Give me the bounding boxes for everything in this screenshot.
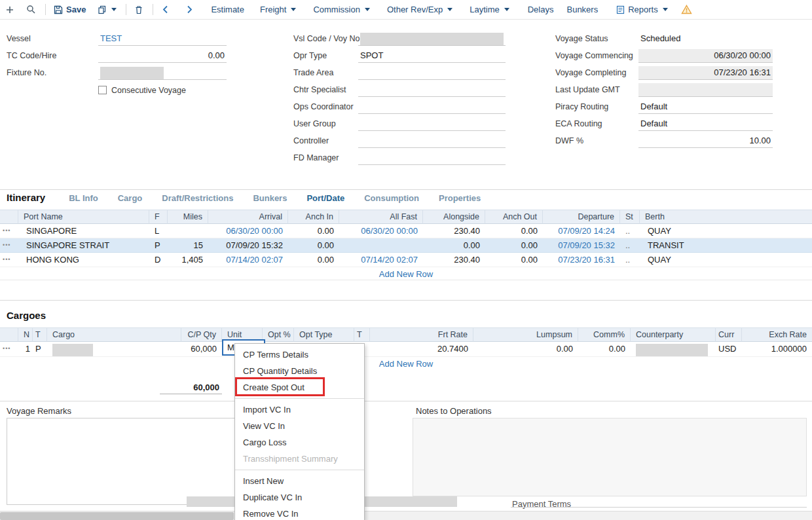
- all-fast-cell[interactable]: [339, 238, 423, 253]
- n-cell[interactable]: 1: [18, 342, 33, 357]
- berth-cell[interactable]: TRANSIT: [640, 238, 812, 253]
- berth-cell[interactable]: QUAY: [640, 224, 812, 238]
- f-cell[interactable]: L: [149, 224, 168, 238]
- alongside-cell[interactable]: 230.40: [423, 253, 485, 267]
- new-icon[interactable]: [5, 5, 14, 14]
- arrival-cell[interactable]: 06/30/20 00:00: [208, 224, 288, 238]
- vsl-code-voy-no-field[interactable]: [358, 32, 506, 46]
- st-cell[interactable]: ..: [620, 253, 640, 267]
- port-name-cell[interactable]: SINGAPORE STRAIT: [18, 238, 149, 253]
- f-cell[interactable]: D: [149, 253, 168, 267]
- estimate-button[interactable]: Estimate: [211, 5, 244, 14]
- berth-cell[interactable]: QUAY: [640, 253, 812, 267]
- lumpsum-cell[interactable]: 0.00: [473, 342, 578, 357]
- eca-routing-field[interactable]: Default: [638, 117, 773, 131]
- anch-in-cell[interactable]: 0.00: [288, 253, 339, 267]
- miles-cell[interactable]: [168, 224, 208, 238]
- voyage-completing-field[interactable]: 07/23/20 16:31: [638, 66, 773, 80]
- cp-qty-cell[interactable]: 60,000: [181, 342, 222, 357]
- tab-consumption[interactable]: Consumption: [364, 193, 419, 203]
- tab-bunkers[interactable]: Bunkers: [253, 193, 287, 203]
- dwf-field[interactable]: 10.00: [638, 134, 773, 148]
- anch-out-cell[interactable]: 0.00: [485, 224, 543, 238]
- fixture-no-field[interactable]: [98, 66, 227, 80]
- freight-menu-button[interactable]: Freight: [260, 5, 296, 14]
- anch-out-cell[interactable]: 0.00: [485, 253, 543, 267]
- menu-item-import-vc-in[interactable]: Import VC In: [235, 401, 364, 418]
- row-menu-icon[interactable]: •••: [0, 342, 18, 357]
- validation-warning-icon[interactable]: [681, 5, 692, 14]
- row-menu-icon[interactable]: •••: [0, 238, 18, 253]
- search-icon[interactable]: [26, 5, 36, 14]
- menu-item-view-vc-in[interactable]: View VC In: [235, 418, 364, 434]
- horizontal-scrollbar-thumb[interactable]: [0, 512, 234, 520]
- fd-manager-field[interactable]: [358, 151, 506, 165]
- anch-out-cell[interactable]: 0.00: [485, 238, 543, 253]
- port-name-cell[interactable]: HONG KONG: [18, 253, 149, 267]
- cargoes-add-new-row-link[interactable]: Add New Row: [0, 357, 812, 371]
- alongside-cell[interactable]: 230.40: [423, 224, 485, 238]
- horizontal-scrollbar[interactable]: [0, 511, 812, 520]
- st-cell[interactable]: ..: [620, 238, 640, 253]
- menu-item-insert-new[interactable]: Insert New: [235, 473, 364, 489]
- vessel-field[interactable]: TEST: [98, 32, 227, 46]
- piracy-routing-field[interactable]: Default: [638, 100, 773, 114]
- anch-in-cell[interactable]: 0.00: [288, 224, 339, 238]
- commission-menu-button[interactable]: Commission: [313, 5, 370, 14]
- row-menu-icon[interactable]: •••: [0, 253, 18, 267]
- port-name-cell[interactable]: SINGAPORE: [18, 224, 149, 238]
- next-icon[interactable]: [185, 5, 194, 14]
- copy-button[interactable]: [98, 5, 117, 14]
- menu-item-cargo-loss[interactable]: Cargo Loss: [235, 434, 364, 451]
- curr-cell[interactable]: USD: [716, 342, 742, 357]
- all-fast-cell[interactable]: 06/30/20 00:00: [339, 224, 423, 238]
- departure-cell[interactable]: 07/23/20 16:31: [543, 253, 620, 267]
- opr-type-field[interactable]: SPOT: [358, 49, 506, 63]
- exch-rate-cell[interactable]: 1.000000: [742, 342, 812, 357]
- all-fast-cell[interactable]: 07/14/20 02:07: [339, 253, 423, 267]
- bunkers-button[interactable]: Bunkers: [566, 5, 598, 14]
- departure-cell[interactable]: 07/09/20 14:24: [543, 224, 620, 238]
- row-menu-icon[interactable]: •••: [0, 224, 18, 238]
- st-cell[interactable]: ..: [620, 224, 640, 238]
- cargo-cell[interactable]: [47, 342, 181, 357]
- tab-port-date[interactable]: Port/Date: [306, 193, 344, 203]
- departure-cell[interactable]: 07/09/20 15:32: [543, 238, 620, 253]
- menu-item-cp-terms-details[interactable]: CP Terms Details: [235, 346, 364, 363]
- tab-properties[interactable]: Properties: [439, 193, 481, 203]
- arrival-cell[interactable]: 07/09/20 15:32: [208, 238, 288, 253]
- tc-code-hire-field[interactable]: 0.00: [98, 49, 227, 63]
- chtr-specialist-field[interactable]: [358, 83, 506, 97]
- tab-cargo[interactable]: Cargo: [118, 193, 143, 203]
- menu-item-duplicate-vc-in[interactable]: Duplicate VC In: [235, 489, 364, 506]
- t-cell[interactable]: P: [33, 342, 47, 357]
- save-button[interactable]: Save: [54, 5, 86, 14]
- menu-item-create-spot-out[interactable]: Create Spot Out: [235, 379, 364, 396]
- f-cell[interactable]: P: [149, 238, 168, 253]
- miles-cell[interactable]: 1,405: [168, 253, 208, 267]
- reports-menu-button[interactable]: Reports: [616, 5, 668, 14]
- miles-cell[interactable]: 15: [168, 238, 208, 253]
- user-group-field[interactable]: [358, 117, 506, 131]
- tab-draft-restrictions[interactable]: Draft/Restrictions: [162, 193, 233, 203]
- previous-icon[interactable]: [161, 5, 170, 14]
- delays-button[interactable]: Delays: [528, 5, 554, 14]
- tab-bl-info[interactable]: BL Info: [69, 193, 98, 203]
- ops-coordinator-field[interactable]: [358, 100, 506, 114]
- menu-item-remove-vc-in[interactable]: Remove VC In: [235, 506, 364, 520]
- arrival-cell[interactable]: 07/14/20 02:07: [208, 253, 288, 267]
- other-rev-exp-menu-button[interactable]: Other Rev/Exp: [387, 5, 452, 14]
- voyage-commencing-field[interactable]: 06/30/20 00:00: [638, 49, 773, 63]
- trade-area-field[interactable]: [358, 66, 506, 80]
- menu-item-cp-quantity-details[interactable]: CP Quantity Details: [235, 363, 364, 379]
- counterparty-cell[interactable]: [631, 342, 716, 357]
- delete-icon[interactable]: [134, 5, 143, 14]
- laytime-menu-button[interactable]: Laytime: [470, 5, 509, 14]
- notes-to-operations-textarea[interactable]: [413, 418, 807, 496]
- comm-pct-cell[interactable]: 0.00: [578, 342, 631, 357]
- frt-rate-cell[interactable]: 20.7400: [370, 342, 473, 357]
- anch-in-cell[interactable]: 0.00: [288, 238, 339, 253]
- controller-field[interactable]: [358, 134, 506, 148]
- consecutive-voyage-checkbox[interactable]: [98, 86, 107, 94]
- alongside-cell[interactable]: 0.00: [423, 238, 485, 253]
